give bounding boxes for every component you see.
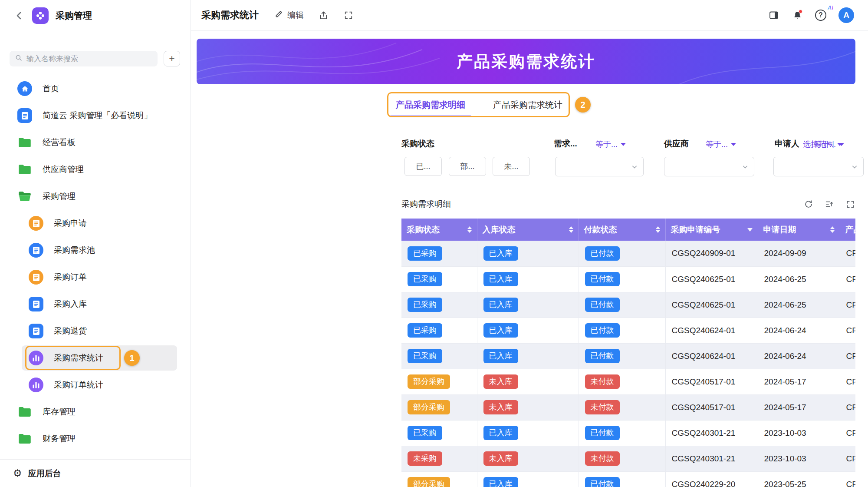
sidebar-header: 采购管理 xyxy=(0,0,191,31)
table-row[interactable]: 部分采购未入库未付款CGSQ240517-012024-05-17CP0004D… xyxy=(401,394,855,420)
status-badge-cell: 已采购 xyxy=(401,266,477,292)
table-cell: 2024-06-25 xyxy=(758,292,840,318)
sidebar-item-采购需求统计[interactable]: 采购需求统计1 xyxy=(0,345,191,371)
tab-demand-detail[interactable]: 产品采购需求明细 xyxy=(392,99,469,117)
table-fullscreen-icon[interactable] xyxy=(845,199,855,209)
bar-chart-icon xyxy=(29,351,43,365)
export-button[interactable] xyxy=(318,10,329,21)
filter-applicant-label: 申请人 xyxy=(775,138,799,149)
table-row[interactable]: 部分采购未入库未付款CGSQ240517-012024-05-17CP0002M… xyxy=(401,369,855,394)
sidebar-item-label: 简道云 采购管理「必看说明」 xyxy=(43,110,152,121)
column-header-采购状态[interactable]: 采购状态 xyxy=(401,219,477,241)
folder-icon xyxy=(17,431,32,446)
status-badge-cell: 已入库 xyxy=(477,343,579,369)
panel-toggle-button[interactable] xyxy=(768,10,779,21)
sidebar-item-简道云 采购管理「必看说明」[interactable]: 简道云 采购管理「必看说明」 xyxy=(0,102,191,129)
status-badge-cell: 未入库 xyxy=(477,394,579,420)
status-chip-partial[interactable]: 部... xyxy=(449,157,486,176)
help-button[interactable]: ? AI xyxy=(815,10,826,21)
table-cell: 2024-05-17 xyxy=(758,394,840,420)
column-header-申请日期[interactable]: 申请日期 xyxy=(758,219,840,241)
status-badge: 已付款 xyxy=(585,426,620,440)
sidebar-item-label: 采购订单统计 xyxy=(54,379,103,391)
column-header-采购申请编号[interactable]: 采购申请编号 xyxy=(665,219,758,241)
row-sort-icon[interactable] xyxy=(824,199,835,209)
table-tools xyxy=(803,199,855,209)
status-badge: 部分采购 xyxy=(408,400,450,414)
column-header-入库状态[interactable]: 入库状态 xyxy=(477,219,579,241)
status-badge-cell: 已付款 xyxy=(579,343,665,369)
table-cell: 2024-09-09 xyxy=(758,241,840,266)
refresh-icon[interactable] xyxy=(803,199,814,209)
table-row[interactable]: 未采购未入库未付款CGSQ240301-212023-10-03CP0006ST… xyxy=(401,446,855,471)
status-badge: 未入库 xyxy=(483,451,518,466)
sidebar-item-经营看板[interactable]: 经营看板 xyxy=(0,129,191,156)
sidebar-item-label: 采购入库 xyxy=(54,298,87,310)
notifications-button[interactable] xyxy=(792,10,803,21)
table-row[interactable]: 已采购已入库已付款CGSQ240625-012024-06-25CP0005UP… xyxy=(401,266,855,292)
table-row[interactable]: 已采购已入库已付款CGSQ240625-012024-06-25CP0006ST… xyxy=(401,292,855,318)
sidebar-item-库存管理[interactable]: 库存管理 xyxy=(0,398,191,425)
status-badge-cell: 未入库 xyxy=(477,446,579,471)
column-header-产品编号[interactable]: 产品编号 xyxy=(840,219,855,241)
folder-icon xyxy=(17,404,32,419)
folder-icon xyxy=(17,162,32,177)
sidebar-item-采购入库[interactable]: 采购入库 xyxy=(0,291,191,318)
table-cell: 2024-05-17 xyxy=(758,369,840,394)
edit-label: 编辑 xyxy=(287,10,304,21)
sidebar-item-采购退货[interactable]: 采购退货 xyxy=(0,318,191,345)
status-badge-cell: 已入库 xyxy=(477,471,579,487)
table-row[interactable]: 已采购已入库已付款CGSQ240909-012024-09-09CP0001MT… xyxy=(401,241,855,266)
status-badge-cell: 已采购 xyxy=(401,343,477,369)
status-badge: 已付款 xyxy=(585,477,620,487)
status-badge: 已入库 xyxy=(483,349,518,363)
sidebar-item-采购订单[interactable]: 采购订单 xyxy=(0,264,191,291)
app-window: 采购管理 输入名称来搜索 + 首页简道云 采购管理「必看说明」经营看板供应商管理… xyxy=(0,0,868,487)
table-cell: CGSQ240909-01 xyxy=(665,241,758,266)
search-input[interactable]: 输入名称来搜索 xyxy=(10,51,158,66)
sidebar-item-label: 库存管理 xyxy=(43,406,76,417)
sidebar-item-首页[interactable]: 首页 xyxy=(0,75,191,102)
table-row[interactable]: 已采购已入库已付款CGSQ240624-012024-06-24CP0004Du… xyxy=(401,343,855,369)
date-range-link[interactable]: 选择范围 xyxy=(803,139,842,149)
supplier-operator[interactable]: 等于... xyxy=(706,139,736,149)
topbar-right: ? AI A xyxy=(756,7,854,23)
user-avatar[interactable]: A xyxy=(838,7,854,23)
supplier-select[interactable] xyxy=(664,157,754,176)
banner-title: 产品采购需求统计 xyxy=(457,51,595,73)
sidebar-item-label: 采购申请 xyxy=(54,218,87,229)
demand-operator[interactable]: 等于... xyxy=(595,139,626,149)
sort-desc-icon xyxy=(747,228,753,232)
table-row[interactable]: 已采购已入库已付款CGSQ240301-212023-10-03CP0005UP… xyxy=(401,420,855,446)
status-chip-not[interactable]: 未... xyxy=(493,157,530,176)
back-icon[interactable] xyxy=(13,10,25,22)
tab-demand-stats[interactable]: 产品采购需求统计 xyxy=(490,99,566,117)
edit-button[interactable]: 编辑 xyxy=(274,10,304,21)
app-backend-button[interactable]: ⚙ 应用后台 xyxy=(0,459,191,487)
status-badge: 已采购 xyxy=(408,323,442,338)
applicant-select[interactable] xyxy=(773,157,864,176)
sidebar-item-供应商管理[interactable]: 供应商管理 xyxy=(0,156,191,183)
status-chip-purchased[interactable]: 已... xyxy=(404,157,442,176)
sidebar-item-财务管理[interactable]: 财务管理 xyxy=(0,425,191,452)
add-app-button[interactable]: + xyxy=(164,51,180,66)
search-icon xyxy=(15,54,23,63)
sidebar-item-采购订单统计[interactable]: 采购订单统计 xyxy=(0,371,191,398)
status-badge: 未付款 xyxy=(585,400,620,414)
fullscreen-button[interactable] xyxy=(343,10,354,21)
app-backend-label: 应用后台 xyxy=(28,468,61,479)
sidebar-item-采购申请[interactable]: 采购申请 xyxy=(0,210,191,237)
column-header-付款状态[interactable]: 付款状态 xyxy=(579,219,665,241)
table-cell: CGSQ240517-01 xyxy=(665,369,758,394)
table-row[interactable]: 部分采购已入库已付款CGSQ240229-202023-05-25CP0001M… xyxy=(401,471,855,487)
status-badge: 已付款 xyxy=(585,298,620,312)
table-scroll-area[interactable]: 采购状态入库状态付款状态采购申请编号申请日期产品编号产品名称品... 已采购已入… xyxy=(401,219,855,487)
status-badge-cell: 已付款 xyxy=(579,292,665,318)
status-badge: 未入库 xyxy=(483,374,518,389)
demand-select[interactable] xyxy=(555,157,644,176)
table-cell: 2024-06-24 xyxy=(758,318,840,343)
sidebar-item-采购管理[interactable]: 采购管理 xyxy=(0,183,191,210)
status-badge: 部分采购 xyxy=(408,374,450,389)
sidebar-item-采购需求池[interactable]: 采购需求池 xyxy=(0,237,191,264)
table-row[interactable]: 已采购已入库已付款CGSQ240624-012024-06-24CP0003Ca… xyxy=(401,318,855,343)
